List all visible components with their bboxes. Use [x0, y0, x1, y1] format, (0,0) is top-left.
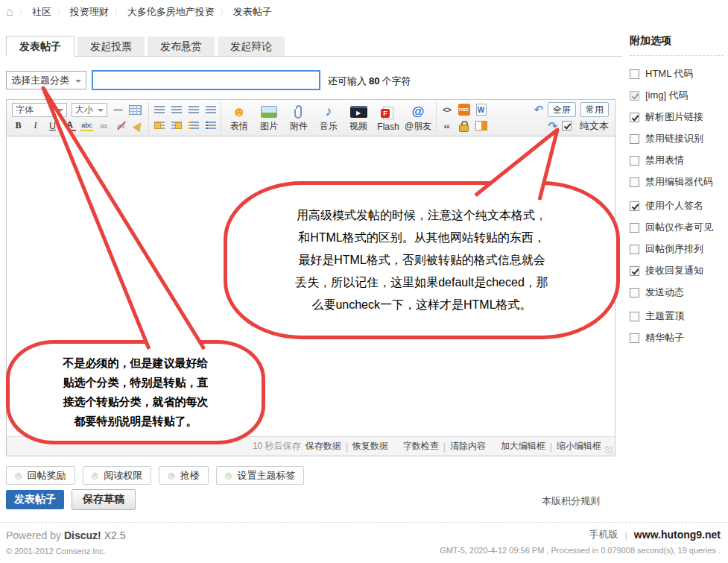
- sidebar-option-reverse-reply-order[interactable]: 回帖倒序排列: [630, 242, 724, 256]
- checkbox[interactable]: [630, 312, 639, 321]
- highlight-button[interactable]: abc: [80, 120, 93, 131]
- insert-video-button[interactable]: ▶ 视频: [344, 101, 373, 134]
- save-data-link[interactable]: 保存数据: [306, 440, 341, 453]
- sidebar-option-parse-image-links[interactable]: 解析图片链接: [630, 110, 724, 124]
- save-draft-button[interactable]: 保存草稿: [72, 489, 136, 510]
- sidebar-option-send-feed[interactable]: 发送动态: [630, 286, 724, 299]
- remove-link-button[interactable]: ∞: [115, 119, 127, 133]
- insert-image-button[interactable]: 图片: [254, 101, 284, 134]
- attachment-button[interactable]: 附件: [284, 101, 314, 134]
- site-link[interactable]: www.hutong9.net: [634, 529, 721, 541]
- common-mode-button[interactable]: 常用: [580, 102, 609, 117]
- sidebar-option-use-signature[interactable]: 使用个人签名: [630, 199, 724, 213]
- checkbox[interactable]: [630, 333, 639, 343]
- tab-new-debate[interactable]: 发起辩论: [218, 37, 285, 56]
- title-input[interactable]: [92, 70, 320, 90]
- submit-post-button[interactable]: 发表帖子: [6, 490, 64, 509]
- enlarge-editor-link[interactable]: 加大编辑框: [501, 440, 545, 453]
- float-left-icon: [154, 122, 165, 130]
- sidebar-option-replies-author-only[interactable]: 回帖仅作者可见: [630, 221, 724, 234]
- insert-link-button[interactable]: ∞: [98, 119, 110, 133]
- undo-icon[interactable]: ↶: [534, 103, 543, 116]
- restore-data-link[interactable]: 恢复数据: [352, 440, 388, 453]
- fullscreen-button[interactable]: 全屏: [548, 102, 576, 117]
- sidebar-option-label: 禁用编辑器代码: [645, 175, 713, 189]
- align-center-button[interactable]: [170, 103, 183, 116]
- floor-grab-button[interactable]: ◎ 抢楼: [159, 466, 209, 485]
- italic-button[interactable]: I: [29, 119, 42, 133]
- float-left-button[interactable]: [153, 119, 165, 133]
- sidebar-option-html-code[interactable]: HTML 代码: [630, 67, 724, 81]
- paste-word-button[interactable]: W: [475, 103, 487, 116]
- hidden-content-button[interactable]: [475, 119, 487, 133]
- breadcrumb-item-forum[interactable]: 大多伦多房地产投资: [127, 5, 215, 19]
- sidebar-option-sticky-topic[interactable]: 主题置顶: [630, 309, 724, 323]
- quote-button[interactable]: “: [440, 119, 453, 133]
- unordered-list-button[interactable]: [204, 119, 217, 133]
- font-color-button[interactable]: A: [63, 120, 76, 131]
- shrink-editor-link[interactable]: 缩小编辑框: [557, 440, 601, 453]
- word-count-link[interactable]: 字数检查: [403, 440, 439, 453]
- sidebar-option-img-code[interactable]: [img] 代码: [630, 89, 724, 102]
- horizontal-rule-button[interactable]: —: [112, 103, 124, 116]
- password-content-button[interactable]: [458, 119, 470, 133]
- ordered-list-button[interactable]: [187, 119, 200, 133]
- sidebar-option-disable-link-parse[interactable]: 禁用链接识别: [630, 132, 724, 145]
- insert-music-button[interactable]: ♪ 音乐: [314, 101, 344, 134]
- font-family-select[interactable]: 字体: [12, 103, 67, 117]
- tab-new-reward[interactable]: 发布悬赏: [148, 37, 215, 56]
- statusbar-separator: |: [443, 441, 446, 452]
- checkbox[interactable]: [630, 201, 639, 211]
- checkbox[interactable]: [630, 223, 639, 233]
- float-right-button[interactable]: [170, 119, 183, 133]
- chars-remaining-suffix: 个字符: [382, 75, 411, 87]
- mobile-version-link[interactable]: 手机版: [589, 528, 618, 541]
- checkbox[interactable]: [630, 113, 639, 122]
- bold-button[interactable]: B: [12, 119, 25, 133]
- tab-new-post[interactable]: 发表帖子: [6, 36, 75, 57]
- sidebar-option-disable-smilies[interactable]: 禁用表情: [630, 154, 724, 167]
- redo-icon[interactable]: ↷: [548, 119, 557, 133]
- checkbox[interactable]: [630, 245, 639, 254]
- plaintext-checkbox[interactable]: [562, 121, 572, 130]
- insert-flash-button[interactable]: F Flash: [373, 101, 403, 134]
- checkbox[interactable]: [630, 177, 639, 187]
- align-right-button[interactable]: [187, 103, 200, 116]
- discuz-brand-link[interactable]: Discuz!: [64, 529, 101, 541]
- credit-rules-link[interactable]: 本版积分规则: [542, 494, 600, 508]
- clear-content-link[interactable]: 清除内容: [450, 440, 486, 453]
- format-brush-button[interactable]: [132, 119, 145, 133]
- emoticon-button[interactable]: ☻ 表情: [224, 101, 254, 134]
- checkbox[interactable]: [630, 134, 639, 144]
- checkbox[interactable]: [630, 69, 639, 79]
- insert-code-button[interactable]: <>: [440, 103, 453, 116]
- sidebar-option-disable-bbcode[interactable]: 禁用编辑器代码: [630, 175, 724, 189]
- tab-new-poll[interactable]: 发起投票: [77, 37, 145, 56]
- checkbox[interactable]: [630, 288, 639, 298]
- read-permission-button[interactable]: ◎ 阅读权限: [83, 466, 152, 485]
- resize-grip[interactable]: [605, 446, 613, 454]
- free-code-button[interactable]: FREE: [458, 103, 470, 116]
- footer-links-separator: |: [624, 529, 627, 541]
- checkbox[interactable]: [630, 91, 639, 101]
- breadcrumb-item-category[interactable]: 投资理财: [70, 5, 109, 19]
- extra-options-row: ◎ 回帖奖励 ◎ 阅读权限 ◎ 抢楼 ◎ 设置主题标签: [6, 466, 304, 485]
- home-icon[interactable]: ⌂: [6, 6, 13, 18]
- at-friend-button[interactable]: @ @朋友: [403, 101, 433, 134]
- sidebar-option-reply-notification[interactable]: 接收回复通知: [630, 264, 724, 277]
- checkbox[interactable]: [630, 156, 639, 166]
- font-size-select[interactable]: 大小: [72, 103, 107, 117]
- sidebar-option-digest-topic[interactable]: 精华帖子: [630, 331, 724, 345]
- align-justify-button[interactable]: [204, 103, 217, 116]
- topic-tags-button[interactable]: ◎ 设置主题标签: [216, 466, 305, 485]
- underline-button[interactable]: U: [46, 119, 59, 133]
- breadcrumb-item-community[interactable]: 社区: [32, 5, 51, 19]
- radio-icon: ◎: [15, 471, 22, 480]
- breadcrumb-separator-icon: 〉: [114, 7, 122, 18]
- reply-reward-button[interactable]: ◎ 回帖奖励: [6, 466, 75, 485]
- checkbox[interactable]: [630, 266, 639, 276]
- category-select[interactable]: 选择主题分类: [6, 71, 86, 89]
- align-left-button[interactable]: [153, 103, 165, 116]
- insert-table-button[interactable]: [129, 103, 142, 116]
- plaintext-label: 纯文本: [580, 119, 609, 133]
